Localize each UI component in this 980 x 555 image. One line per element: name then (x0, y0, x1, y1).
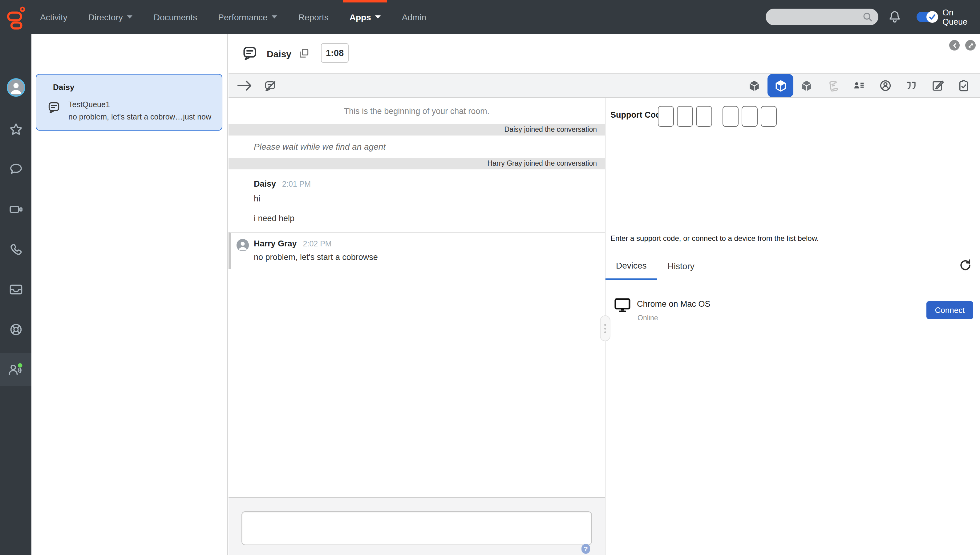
message-group-agent: Harry Gray 2:02 PM no problem, let's sta… (229, 232, 605, 269)
nav-apps[interactable]: Apps (339, 0, 391, 34)
chat-bubble-icon[interactable] (0, 161, 31, 176)
app-cube-3-icon[interactable] (800, 79, 813, 92)
presence-green-dot (18, 363, 22, 367)
chat-event-joined: Daisy joined the conversation (229, 124, 605, 136)
chat-transcript: This is the beginning of your chat room.… (229, 98, 605, 555)
interaction-header: Daisy 1:08 (229, 34, 980, 73)
caret-down-icon (127, 15, 133, 18)
on-queue-toggle[interactable] (917, 12, 937, 22)
app-cube-1-icon[interactable] (748, 79, 761, 92)
nav-activity[interactable]: Activity (30, 0, 78, 34)
conversation-preview: no problem, let's start a cobrow… (68, 113, 182, 121)
clipboard-check-icon[interactable] (957, 79, 970, 92)
chat-lines-icon (242, 46, 257, 61)
support-code-digit-3[interactable] (696, 106, 712, 127)
message-timestamp: 2:01 PM (282, 180, 311, 188)
message-group-customer: Daisy 2:01 PM hi i need help (229, 169, 605, 232)
message-author: Daisy (254, 179, 276, 188)
search-input[interactable] (773, 9, 859, 25)
contact-card-icon[interactable] (852, 79, 865, 92)
user-avatar-icon (6, 78, 25, 97)
interaction-timer: 1:08 (321, 43, 349, 63)
conversations-panel: Conversations Daisy (31, 34, 228, 555)
panel-apps (748, 74, 970, 97)
panel-resize-handle[interactable] (600, 315, 610, 341)
caret-down-icon (272, 15, 277, 18)
conversation-time: just now (183, 113, 211, 121)
interaction-toolbar (229, 73, 980, 98)
caret-down-icon (375, 15, 381, 18)
refresh-icon[interactable] (958, 258, 972, 272)
connect-button[interactable]: Connect (926, 301, 973, 319)
main-menu: Activity Directory Documents Performance… (30, 0, 437, 34)
tab-history[interactable]: History (657, 252, 705, 280)
device-status: Online (638, 314, 658, 322)
help-ring-icon[interactable] (0, 322, 31, 337)
conversation-queue: TestQueue1 (68, 100, 110, 109)
global-search (766, 9, 878, 25)
on-queue-label: On Queue (942, 0, 980, 34)
quotes-responses-icon[interactable] (905, 79, 918, 92)
conversation-name: Daisy (53, 83, 74, 92)
support-code-label: Support Code (610, 110, 666, 120)
nav-directory[interactable]: Directory (78, 0, 143, 34)
device-list: Chrome on Mac OS Online Connect (605, 280, 980, 555)
transfer-arrow-icon[interactable] (237, 79, 253, 92)
phone-icon[interactable] (0, 242, 31, 257)
nav-performance[interactable]: Performance (208, 0, 288, 34)
conversation-list-item-selected[interactable]: Daisy TestQueue1 no problem, let's start… (36, 74, 222, 131)
collapse-chevron-icon[interactable] (949, 40, 960, 51)
search-icon (862, 11, 873, 23)
on-queue-check-icon (926, 11, 938, 23)
cobrowse-instruction: Enter a support code, or connect to a de… (610, 234, 819, 243)
popout-icon[interactable] (965, 40, 976, 51)
video-camera-icon[interactable] (0, 202, 31, 217)
chat-event-joined: Harry Gray joined the conversation (229, 158, 605, 169)
message-text: no problem, let's start a cobrowse (254, 253, 605, 264)
support-code-digit-4[interactable] (723, 106, 739, 127)
chat-actions (237, 74, 277, 97)
inbox-tray-icon[interactable] (0, 282, 31, 297)
favorites-star-icon[interactable] (0, 122, 31, 137)
nav-admin[interactable]: Admin (391, 0, 437, 34)
message-text: hi (254, 194, 605, 205)
end-chat-icon[interactable] (264, 79, 277, 92)
profile-circle-icon[interactable] (879, 79, 892, 92)
interaction-title: Daisy (267, 49, 291, 59)
support-code-digit-1[interactable] (658, 106, 674, 127)
composer-help-badge[interactable]: ? (581, 544, 590, 554)
support-code-inputs (658, 106, 777, 127)
message-timestamp: 2:02 PM (303, 240, 332, 248)
compose-note-icon[interactable] (931, 79, 944, 92)
message-author: Harry Gray (254, 239, 297, 248)
support-code-digit-2[interactable] (677, 106, 693, 127)
chat-lines-icon (47, 101, 60, 114)
chat-composer: ? (229, 497, 605, 555)
nav-reports[interactable]: Reports (288, 0, 339, 34)
chat-message-input[interactable] (241, 511, 592, 545)
user-avatar[interactable] (0, 78, 31, 97)
nav-documents[interactable]: Documents (143, 0, 208, 34)
copy-icon[interactable] (298, 47, 310, 59)
tab-devices[interactable]: Devices (605, 252, 657, 280)
device-monitor-icon (614, 297, 631, 313)
chat-wait-message: Please wait while we find an agent (229, 136, 605, 158)
cobrowse-tabs: Devices History (605, 252, 705, 280)
sidebar-item-interactions-active[interactable] (0, 353, 31, 386)
device-name: Chrome on Mac OS (637, 299, 711, 309)
top-navigation-bar: Activity Directory Documents Performance… (0, 0, 980, 34)
cobrowse-panel: Support Code Enter a support code, or co… (605, 98, 980, 555)
agent-avatar-icon (237, 239, 249, 251)
script-icon-disabled (826, 79, 839, 92)
agent-interactions-icon (7, 362, 24, 377)
support-code-digit-6[interactable] (761, 106, 777, 127)
left-sidebar-rail: ? (0, 34, 31, 555)
notifications-bell-icon[interactable] (888, 9, 902, 25)
chat-beginning-text: This is the beginning of your chat room. (229, 107, 605, 118)
genesys-logo-icon[interactable] (6, 5, 27, 30)
support-code-digit-5[interactable] (742, 106, 758, 127)
message-text: i need help (254, 214, 605, 225)
app-window: Activity Directory Documents Performance… (0, 0, 980, 555)
app-cube-cobrowse-active-icon[interactable] (774, 79, 787, 92)
